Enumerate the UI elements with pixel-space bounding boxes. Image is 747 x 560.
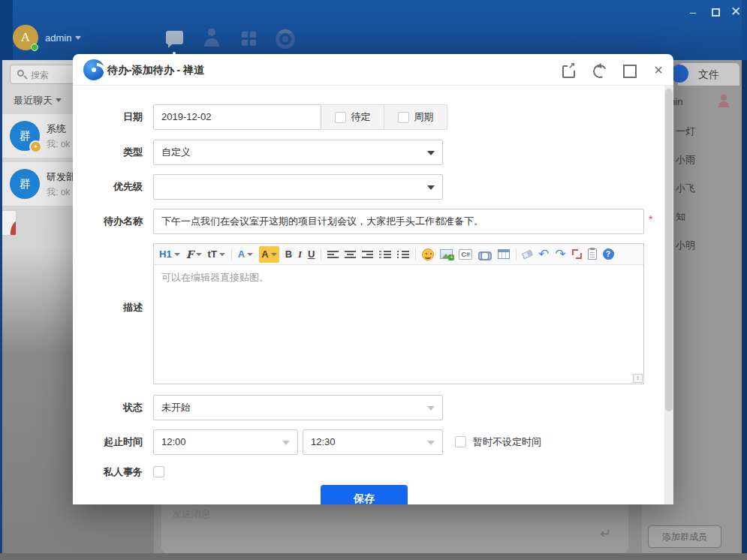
close-icon[interactable]: × — [652, 63, 665, 77]
code-icon[interactable]: C# — [459, 249, 472, 260]
search-placeholder: 搜索 — [31, 69, 49, 82]
separator[interactable] — [231, 248, 232, 260]
todo-name-input[interactable]: 下午一点我们在会议室开这期的项目计划会议，大家把手头工作都准备下。 — [153, 209, 644, 234]
editor-statusbar: ↕ — [154, 374, 643, 384]
resize-grip-icon[interactable]: ↕ — [633, 374, 643, 383]
remove-format-icon[interactable] — [522, 249, 533, 259]
priority-select[interactable] — [153, 174, 443, 200]
tbd-option[interactable]: 待定 — [321, 105, 384, 129]
date-input[interactable]: 2019-12-02 — [153, 104, 321, 130]
member-profile-icon — [718, 95, 730, 107]
font-family-icon[interactable]: F — [186, 246, 202, 263]
undo-icon[interactable]: ↶ — [538, 246, 549, 263]
priority-label: 优先级 — [73, 174, 143, 200]
unordered-list-icon[interactable] — [397, 250, 409, 259]
font-size-icon[interactable]: tT — [208, 246, 225, 263]
chat-list-item[interactable]: 喧 通知中心 — [0, 210, 17, 236]
select-caret-icon — [427, 151, 435, 159]
chat-name: 系统 — [47, 122, 66, 136]
private-label: 私人事务 — [73, 459, 143, 485]
underline-icon[interactable]: U — [308, 246, 315, 263]
window-edge — [742, 60, 747, 560]
dialog-header: 待办-添加待办 - 禅道 × — [73, 54, 673, 86]
zentao-logo-icon — [83, 59, 104, 80]
date-addon-group: 待定 周期 — [321, 104, 447, 130]
bold-icon[interactable]: B — [285, 246, 292, 263]
save-button[interactable]: 保存 — [321, 485, 408, 504]
time-range-label: 起止时间 — [73, 429, 143, 455]
contacts-icon[interactable] — [203, 29, 220, 47]
select-caret-icon — [427, 406, 435, 414]
align-center-icon[interactable] — [345, 250, 356, 259]
help-icon[interactable]: ? — [603, 248, 614, 260]
scrollbar-thumb[interactable] — [665, 89, 673, 411]
member-name: 小雨 — [676, 153, 695, 167]
separator[interactable] — [415, 248, 416, 260]
type-select[interactable]: 自定义 — [153, 140, 443, 165]
status-value: 未开始 — [161, 402, 191, 413]
ordered-list-icon[interactable] — [379, 250, 391, 259]
heading-icon[interactable]: H1 — [159, 246, 180, 263]
align-left-icon[interactable] — [327, 250, 339, 259]
group-badge-icon — [29, 140, 42, 153]
scrollbar-track[interactable] — [664, 86, 673, 504]
rich-text-editor: H1FtTAABIUC#↶↷? 可以在编辑器直接贴图。 ↕ — [153, 243, 644, 384]
description-label: 描述 — [73, 295, 143, 321]
separator[interactable] — [321, 248, 321, 260]
fullscreen-icon[interactable] — [572, 249, 582, 259]
window-maximize-button[interactable] — [707, 4, 724, 20]
begin-time-value: 12:00 — [161, 436, 186, 447]
add-member-button[interactable]: 添加群成员 — [648, 525, 721, 548]
chat-avatar: 群 — [10, 121, 40, 151]
window-minimize-button[interactable]: – — [685, 4, 701, 20]
todo-name-label: 待办名称 — [73, 209, 143, 234]
select-caret-icon — [427, 185, 435, 194]
tbd-checkbox[interactable] — [335, 112, 346, 123]
chat-last-message: 我: ok — [47, 138, 70, 151]
chat-name: 研发部 — [47, 170, 76, 184]
editor-content-area[interactable]: 可以在编辑器直接贴图。 — [154, 265, 643, 374]
text-color-icon[interactable]: A — [238, 246, 253, 263]
table-icon[interactable] — [498, 249, 510, 259]
insert-image-icon[interactable] — [440, 249, 453, 259]
type-label: 类型 — [73, 140, 143, 165]
chevron-down-icon — [75, 36, 81, 43]
redo-icon[interactable]: ↷ — [555, 246, 565, 263]
topbar: A admin – ✕ — [0, 0, 747, 60]
chat-last-message: 我: ok — [47, 186, 70, 199]
end-time-select[interactable]: 12:30 — [303, 429, 443, 455]
window-edge — [742, 0, 747, 60]
xuanxuan-logo-icon[interactable] — [276, 29, 295, 49]
separator[interactable] — [516, 248, 517, 260]
chevron-down-icon — [56, 98, 62, 105]
emoji-icon[interactable] — [422, 248, 434, 260]
paste-icon[interactable] — [588, 248, 597, 260]
open-external-icon[interactable] — [562, 63, 575, 77]
dialog-title: 待办-添加待办 - 禅道 — [107, 54, 204, 86]
status-label: 状态 — [73, 395, 143, 420]
no-time-checkbox[interactable] — [455, 436, 466, 447]
highlight-color-icon[interactable]: A — [259, 246, 279, 263]
cycle-option[interactable]: 周期 — [384, 105, 447, 129]
send-return-icon: ↵ — [600, 525, 611, 542]
align-right-icon[interactable] — [362, 250, 373, 259]
type-value: 自定义 — [161, 146, 191, 158]
recent-chats-header[interactable]: 最近聊天 — [14, 94, 62, 107]
chat-bubble-icon[interactable] — [166, 31, 183, 44]
italic-icon[interactable]: I — [298, 246, 302, 263]
editor-toolbar: H1FtTAABIUC#↶↷? — [154, 244, 643, 265]
begin-time-select[interactable]: 12:00 — [153, 429, 298, 455]
private-checkbox[interactable] — [153, 466, 164, 477]
todo-dialog: 待办-添加待办 - 禅道 × 日期 2019-12-02 待定 周期 类型 自定… — [73, 54, 673, 504]
status-select[interactable]: 未开始 — [153, 395, 443, 420]
cycle-checkbox[interactable] — [398, 112, 409, 123]
user-menu[interactable]: admin — [45, 32, 81, 44]
no-time-label: 暂时不设定时间 — [473, 429, 541, 455]
username-label: admin — [45, 32, 71, 44]
select-caret-icon — [427, 441, 435, 449]
refresh-icon[interactable] — [592, 63, 605, 77]
link-icon[interactable] — [478, 251, 492, 258]
apps-grid-icon[interactable] — [242, 32, 257, 47]
maximize-icon[interactable] — [622, 63, 635, 77]
member-name: 小明 — [676, 239, 695, 252]
